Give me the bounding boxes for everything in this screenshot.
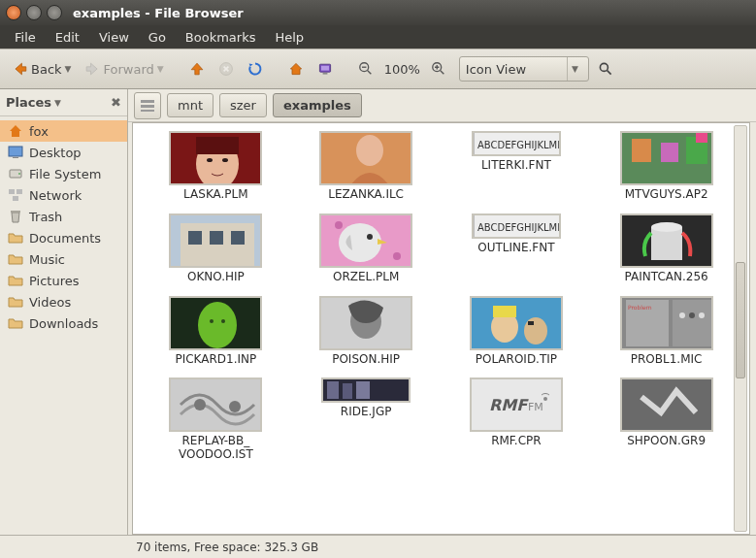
- icon-view[interactable]: LASKA.PLMLEZANKA.ILCABCDEFGHIJKLMNLITERK…: [132, 122, 750, 535]
- vertical-scrollbar[interactable]: [734, 125, 747, 532]
- zoom-out-icon: [358, 61, 374, 77]
- file-thumbnail: [620, 377, 713, 432]
- back-button[interactable]: Back ▼: [8, 58, 76, 80]
- path-segment-szer[interactable]: szer: [219, 93, 267, 117]
- sidebar-item-file-system[interactable]: File System: [0, 163, 127, 184]
- file-item[interactable]: OKNO.HIP: [141, 213, 291, 284]
- combo-dropdown-icon: ▼: [567, 57, 582, 81]
- file-item[interactable]: SHPOON.GR9: [591, 377, 741, 462]
- folder-icon: [8, 294, 23, 310]
- file-item[interactable]: LEZANKA.ILC: [291, 131, 442, 202]
- svg-point-46: [651, 222, 682, 232]
- zoom-out-button[interactable]: [353, 58, 378, 80]
- places-heading[interactable]: Places▼: [6, 95, 61, 110]
- file-item[interactable]: RIDE.JGP: [291, 377, 442, 462]
- sidebar-item-label: fox: [29, 124, 49, 139]
- sidebar-item-label: Trash: [29, 210, 62, 224]
- back-dropdown-icon[interactable]: ▼: [65, 64, 72, 74]
- window-title: examples - File Browser: [73, 6, 244, 20]
- sidebar-item-label: Pictures: [29, 274, 79, 288]
- menu-file[interactable]: File: [6, 27, 45, 48]
- stop-button[interactable]: [214, 58, 239, 80]
- sidebar-item-downloads[interactable]: Downloads: [0, 312, 127, 334]
- sidebar-item-music[interactable]: Music: [0, 248, 127, 270]
- search-icon: [598, 61, 613, 77]
- file-name: PROBL1.MIC: [631, 353, 703, 367]
- reload-button[interactable]: [243, 58, 268, 80]
- file-item[interactable]: RMFFMRMF.CPR: [442, 377, 592, 462]
- menu-edit[interactable]: Edit: [47, 27, 88, 48]
- network-icon: [8, 187, 23, 203]
- up-button[interactable]: [184, 58, 210, 80]
- computer-icon: [317, 61, 333, 77]
- sidebar-item-fox[interactable]: fox: [0, 120, 127, 142]
- menu-bookmarks[interactable]: Bookmarks: [177, 27, 265, 48]
- window-maximize-button[interactable]: [47, 5, 62, 20]
- menu-view[interactable]: View: [90, 27, 138, 48]
- menubar: File Edit View Go Bookmarks Help: [0, 25, 756, 49]
- file-item[interactable]: ABCDEFGHIJKLMNOUTLINE.FNT: [442, 213, 592, 284]
- file-item[interactable]: PICKARD1.INP: [141, 296, 291, 367]
- forward-button[interactable]: Forward ▼: [80, 58, 168, 80]
- stop-icon: [218, 61, 234, 77]
- forward-dropdown-icon[interactable]: ▼: [157, 64, 164, 74]
- home-button[interactable]: [283, 58, 309, 80]
- sidebar-close-button[interactable]: ✖: [111, 95, 121, 110]
- path-mode-button[interactable]: [134, 92, 161, 119]
- search-button[interactable]: [593, 58, 618, 80]
- view-mode-label: Icon View: [466, 62, 526, 77]
- toolbar: Back ▼ Forward ▼ 100% Icon View ▼: [0, 49, 756, 89]
- view-mode-combo[interactable]: Icon View ▼: [459, 56, 589, 82]
- svg-rect-28: [632, 139, 651, 162]
- window-close-button[interactable]: [6, 5, 21, 20]
- zoom-in-icon: [431, 61, 446, 77]
- svg-point-48: [198, 302, 237, 348]
- file-name: RIDE.JGP: [341, 406, 392, 419]
- desktop-icon: [8, 145, 23, 160]
- file-item[interactable]: ORZEL.PLM: [291, 213, 442, 284]
- svg-point-24: [356, 135, 383, 166]
- file-name: LITERKI.FNT: [481, 159, 551, 173]
- file-item[interactable]: PAINTCAN.256: [591, 213, 741, 284]
- svg-text:RMF: RMF: [489, 396, 529, 414]
- svg-text:FM: FM: [528, 401, 543, 413]
- zoom-in-button[interactable]: [426, 58, 451, 80]
- file-thumbnail: [319, 296, 412, 350]
- svg-point-49: [210, 319, 214, 323]
- file-item[interactable]: POISON.HIP: [291, 296, 442, 367]
- svg-point-39: [393, 252, 401, 260]
- file-item[interactable]: ABCDEFGHIJKLMNLITERKI.FNT: [442, 131, 592, 202]
- file-thumbnail: [319, 213, 412, 268]
- svg-point-21: [207, 158, 213, 162]
- path-segment-mnt[interactable]: mnt: [167, 93, 214, 117]
- file-item[interactable]: POLAROID.TIP: [442, 296, 592, 367]
- svg-rect-13: [13, 196, 18, 201]
- svg-point-10: [18, 173, 20, 175]
- sidebar-item-pictures[interactable]: Pictures: [0, 270, 127, 291]
- file-item[interactable]: MTVGUYS.AP2: [591, 131, 741, 202]
- file-name: REPLAY-BB_ VOODOO.IST: [179, 435, 253, 462]
- menu-help[interactable]: Help: [266, 27, 312, 48]
- svg-rect-70: [343, 383, 352, 399]
- file-name: LASKA.PLM: [183, 188, 248, 202]
- file-thumbnail: RMFFM: [470, 377, 563, 432]
- svg-point-50: [221, 319, 225, 323]
- scrollbar-handle[interactable]: [736, 262, 745, 378]
- chevron-down-icon: ▼: [54, 98, 61, 108]
- file-name: OKNO.HIP: [187, 271, 245, 284]
- file-item[interactable]: LASKA.PLM: [141, 131, 291, 202]
- sidebar-item-videos[interactable]: Videos: [0, 291, 127, 312]
- sidebar-item-network[interactable]: Network: [0, 184, 127, 206]
- menu-go[interactable]: Go: [140, 27, 175, 48]
- file-item[interactable]: REPLAY-BB_ VOODOO.IST: [141, 377, 291, 462]
- sidebar-item-desktop[interactable]: Desktop: [0, 142, 127, 163]
- path-segment-examples[interactable]: examples: [273, 93, 362, 117]
- sidebar-item-label: Downloads: [29, 316, 98, 331]
- file-name: RMF.CPR: [491, 435, 541, 448]
- sidebar-item-documents[interactable]: Documents: [0, 227, 127, 248]
- computer-button[interactable]: [312, 58, 338, 80]
- svg-rect-20: [196, 137, 239, 154]
- sidebar-item-trash[interactable]: Trash: [0, 206, 127, 227]
- file-item[interactable]: ProblemPROBL1.MIC: [591, 296, 741, 367]
- window-minimize-button[interactable]: [26, 5, 42, 20]
